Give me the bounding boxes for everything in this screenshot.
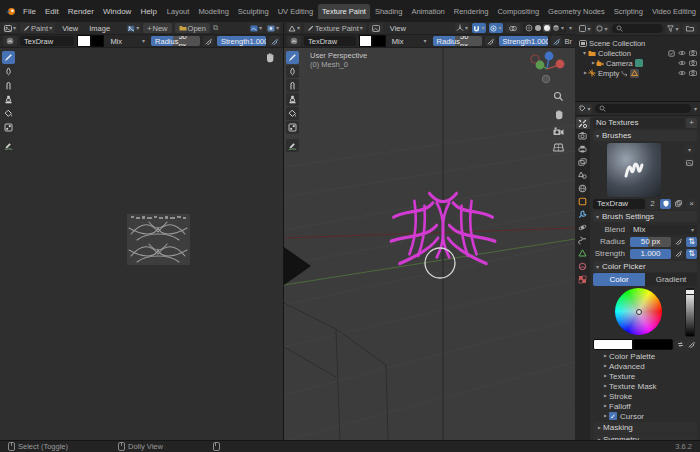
new-collection-button[interactable] (683, 24, 697, 34)
brush-preview[interactable] (607, 143, 661, 197)
menu-edit[interactable]: Edit (41, 5, 63, 18)
tool-mask[interactable] (2, 121, 15, 134)
tool-soften[interactable] (286, 65, 299, 78)
outliner-row-scene-collection[interactable]: Scene Collection (575, 38, 700, 48)
brush-icon[interactable] (3, 36, 17, 46)
brush-preview-dropdown[interactable]: ▾ (684, 145, 695, 155)
radius-unified-icon[interactable]: ⇅ (686, 237, 697, 247)
workspace-tab-modeling[interactable]: Modeling (194, 4, 232, 19)
subpanel-texture-mask[interactable]: ▾Texture Mask (593, 381, 697, 391)
tool-draw[interactable] (286, 51, 299, 64)
outliner-row-collection[interactable]: ▾ Collection (575, 48, 700, 58)
outliner-row-camera[interactable]: ▾ Camera (575, 58, 700, 68)
tab-view-layer[interactable] (576, 156, 590, 168)
tab-texture[interactable] (576, 273, 590, 285)
navigation-gizmo[interactable] (527, 49, 567, 87)
properties-search-input[interactable] (595, 104, 691, 113)
tab-modifiers[interactable] (576, 208, 590, 220)
browse-image-button[interactable]: ▾ (126, 23, 140, 33)
menu-file[interactable]: File (19, 5, 40, 18)
tab-scene[interactable] (576, 169, 590, 181)
brush-icon-toggle[interactable] (684, 158, 695, 168)
secondary-color-swatch[interactable] (372, 35, 385, 47)
tool-clone[interactable] (286, 93, 299, 106)
blend-mode-dropdown[interactable]: Mix▾ (389, 36, 430, 46)
viewport-view-menu[interactable]: View (386, 22, 410, 35)
primary-color-swatch[interactable] (359, 35, 372, 47)
radius-slider[interactable]: Radius 50 px (433, 36, 482, 46)
foreground-color-swatch[interactable] (593, 339, 633, 350)
color-pressure-icon[interactable] (686, 340, 697, 350)
radius-pressure-icon[interactable] (673, 237, 684, 247)
brush-users-count[interactable]: 2 (647, 199, 658, 209)
image-settings-button[interactable]: ▾ (266, 23, 280, 33)
blender-logo-icon[interactable] (5, 7, 16, 16)
hide-eye-icon[interactable] (678, 50, 686, 56)
disclosure-triangle-icon[interactable]: ▾ (583, 50, 586, 56)
brush-name-field[interactable]: TexDraw (20, 36, 74, 46)
radius-slider[interactable]: 50 px (630, 237, 671, 247)
tool-fill[interactable] (286, 107, 299, 120)
secondary-color-swatch[interactable] (91, 35, 105, 47)
disclosure-triangle-icon[interactable]: ▾ (590, 61, 596, 64)
brush-icon[interactable] (287, 36, 301, 46)
perspective-toggle-icon[interactable] (553, 143, 564, 152)
workspace-tab-shading[interactable]: Shading (371, 4, 407, 19)
strength-unified-icon[interactable]: ⇅ (686, 249, 697, 259)
value-slider[interactable] (685, 288, 695, 337)
tab-object[interactable] (576, 195, 590, 207)
zoom-icon[interactable] (553, 91, 564, 102)
tab-render[interactable] (576, 130, 590, 142)
menu-help[interactable]: Help (136, 5, 160, 18)
subpanel-stroke[interactable]: ▾Stroke (593, 391, 697, 401)
render-camera-icon[interactable] (689, 60, 697, 66)
camera-view-icon[interactable] (553, 127, 564, 136)
image-editor-view-menu[interactable]: View (58, 22, 82, 35)
workspace-tab-video-editing[interactable]: Video Editing (648, 4, 700, 19)
strength-slider[interactable]: 1.000 (630, 249, 671, 259)
tab-output[interactable] (576, 143, 590, 155)
strength-pressure-icon[interactable] (673, 249, 684, 259)
workspace-tab-compositing[interactable]: Compositing (493, 4, 543, 19)
blend-mode-dropdown[interactable]: Mix▾ (107, 36, 148, 46)
hide-eye-icon[interactable] (678, 60, 686, 66)
image-editor-canvas[interactable] (0, 47, 283, 441)
subpanel-advanced[interactable]: ▾Advanced (593, 361, 697, 371)
paint-mode-selector[interactable]: Paint ▾ (20, 23, 55, 33)
menu-render[interactable]: Render (64, 5, 98, 18)
open-image-button[interactable]: Open (175, 23, 210, 33)
primary-color-swatch[interactable] (77, 35, 91, 47)
subpanel-texture[interactable]: ▾Texture (593, 371, 697, 381)
show-overlays-icon[interactable] (506, 23, 520, 33)
chevron-down-icon[interactable]: ▾ (561, 25, 564, 31)
outliner-display-mode[interactable]: ▾ (578, 24, 592, 34)
cursor-checkbox[interactable]: ✓ (609, 412, 617, 420)
tool-clone[interactable] (2, 93, 15, 106)
subpanel-cursor[interactable]: ▾ ✓ Cursor (593, 411, 697, 421)
subpanel-falloff[interactable]: ▾Falloff (593, 401, 697, 411)
editor-type-button[interactable]: ▾ (287, 23, 301, 33)
tool-soften[interactable] (2, 65, 15, 78)
brushes-panel-header[interactable]: ▾ Brushes (593, 130, 697, 141)
workspace-tab-texture-paint[interactable]: Texture Paint (318, 4, 370, 19)
tab-gradient[interactable]: Gradient (645, 273, 697, 286)
tab-world[interactable] (576, 182, 590, 194)
texture-selector-dropdown[interactable]: No Textures (593, 118, 684, 128)
tool-mask[interactable] (286, 121, 299, 134)
brush-settings-panel-header[interactable]: ▾ Brush Settings (593, 211, 697, 222)
pan-hand-icon[interactable] (265, 52, 275, 63)
unlink-brush-button[interactable]: × (686, 199, 697, 209)
workspace-tab-sculpting[interactable]: Sculpting (234, 4, 273, 19)
tool-smear[interactable] (286, 79, 299, 92)
hide-eye-icon[interactable] (678, 70, 686, 76)
image-pin-button[interactable]: ▾ (249, 23, 263, 33)
menu-window[interactable]: Window (99, 5, 135, 18)
tool-smear[interactable] (2, 79, 15, 92)
workspace-tab-animation[interactable]: Animation (407, 4, 448, 19)
editor-type-button[interactable]: ▾ (578, 104, 592, 114)
radius-pressure-icon[interactable] (203, 36, 214, 46)
tool-fill[interactable] (2, 107, 15, 120)
tool-annotate[interactable] (286, 139, 299, 152)
tab-physics[interactable] (576, 221, 590, 233)
disclosure-triangle-icon[interactable]: ▾ (582, 71, 588, 74)
